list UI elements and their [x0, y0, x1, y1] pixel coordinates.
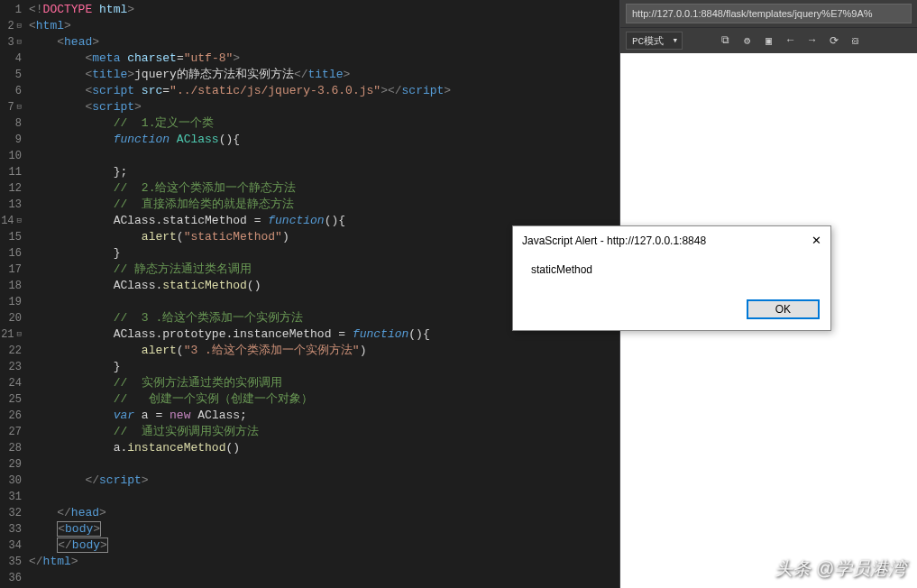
code-line[interactable]: // 2.给这个类添加一个静态方法: [29, 180, 619, 197]
code-line[interactable]: <body>: [29, 521, 619, 537]
code-line[interactable]: </html>: [29, 554, 619, 570]
line-number: 20: [0, 310, 22, 326]
line-number: 29: [0, 456, 22, 473]
line-number: 34: [0, 537, 22, 554]
alert-message: staticMethod: [513, 254, 830, 292]
code-line[interactable]: <script>: [29, 99, 619, 115]
code-line[interactable]: </head>: [29, 505, 619, 521]
line-number: 8: [0, 115, 22, 132]
code-line[interactable]: };: [29, 164, 619, 180]
inspect-icon[interactable]: ▣: [762, 33, 776, 48]
line-number: 7⊟: [0, 99, 22, 115]
code-line[interactable]: <title>jquery的静态方法和实例方法</title>: [29, 67, 619, 83]
code-line[interactable]: alert("3 .给这个类添加一个实例方法"): [29, 343, 619, 359]
code-line[interactable]: a.instanceMethod(): [29, 440, 619, 456]
code-line[interactable]: }: [29, 359, 619, 375]
url-input[interactable]: [626, 4, 912, 23]
browser-url-toolbar: [620, 0, 917, 27]
code-line[interactable]: // 实例方法通过类的实例调用: [29, 375, 619, 391]
fold-toggle-icon[interactable]: ⊟: [17, 34, 22, 51]
close-icon[interactable]: ✕: [812, 234, 821, 247]
code-line[interactable]: <!DOCTYPE html>: [29, 2, 619, 18]
line-number: 26: [0, 408, 22, 424]
javascript-alert-dialog: JavaScript Alert - http://127.0.0.1:8848…: [512, 225, 831, 331]
line-number: 4: [0, 51, 22, 67]
line-number: 33: [0, 521, 22, 537]
line-number: 2⊟: [0, 18, 22, 34]
code-line[interactable]: <html>: [29, 18, 619, 34]
code-line[interactable]: // 通过实例调用实例方法: [29, 424, 619, 440]
line-number: 1: [0, 2, 22, 18]
code-line[interactable]: <meta charset="utf-8">: [29, 51, 619, 67]
fold-toggle-icon[interactable]: ⊟: [17, 99, 22, 115]
line-number: 35: [0, 554, 22, 570]
line-number: 12: [0, 180, 22, 197]
forward-icon[interactable]: →: [805, 33, 820, 48]
fold-toggle-icon[interactable]: ⊟: [17, 326, 22, 343]
device-mode-select[interactable]: PC模式: [626, 32, 683, 50]
line-number: 11: [0, 164, 22, 180]
line-number: 13: [0, 197, 22, 213]
code-line[interactable]: <script src="../static/js/jquery-3.6.0.j…: [29, 83, 619, 99]
line-number: 32: [0, 505, 22, 521]
code-line[interactable]: [29, 489, 619, 505]
line-number: 16: [0, 245, 22, 262]
line-number: 5: [0, 67, 22, 83]
code-line[interactable]: var a = new AClass;: [29, 408, 619, 424]
line-number: 21⊟: [0, 326, 22, 343]
line-number: 3⊟: [0, 34, 22, 51]
code-line[interactable]: [29, 570, 619, 586]
line-number: 27: [0, 424, 22, 440]
line-number: 30: [0, 473, 22, 489]
line-number: 18: [0, 278, 22, 294]
code-line[interactable]: function AClass(){: [29, 132, 619, 148]
code-line[interactable]: // 1.定义一个类: [29, 115, 619, 132]
line-number: 22: [0, 343, 22, 359]
line-number: 36: [0, 570, 22, 586]
line-number: 10: [0, 148, 22, 164]
line-number: 19: [0, 294, 22, 310]
alert-footer: OK: [513, 292, 830, 330]
line-number: 24: [0, 375, 22, 391]
code-line[interactable]: // 创建一个实例（创建一个对象）: [29, 391, 619, 408]
line-number: 6: [0, 83, 22, 99]
refresh-icon[interactable]: ⟳: [827, 33, 841, 48]
code-line[interactable]: <head>: [29, 34, 619, 51]
line-number-gutter: 12⊟3⊟4567⊟891011121314⊟15161718192021⊟22…: [0, 0, 29, 588]
code-line[interactable]: // 直接添加给类的就是静态方法: [29, 197, 619, 213]
line-number: 17: [0, 262, 22, 278]
code-line[interactable]: </script>: [29, 473, 619, 489]
fold-toggle-icon[interactable]: ⊟: [17, 213, 22, 229]
alert-titlebar: JavaScript Alert - http://127.0.0.1:8848…: [513, 226, 830, 254]
line-number: 9: [0, 132, 22, 148]
line-number: 25: [0, 391, 22, 408]
code-line[interactable]: [29, 456, 619, 473]
line-number: 15: [0, 229, 22, 245]
device-icon[interactable]: ⧉: [719, 33, 733, 48]
browser-controls-toolbar: PC模式 ⧉ ⚙ ▣ ← → ⟳ ⦻: [620, 27, 917, 53]
line-number: 28: [0, 440, 22, 456]
fold-toggle-icon[interactable]: ⊟: [17, 18, 22, 34]
ok-button[interactable]: OK: [747, 299, 820, 319]
line-number: 14⊟: [0, 213, 22, 229]
settings-icon[interactable]: ⚙: [740, 33, 755, 48]
alert-title-text: JavaScript Alert - http://127.0.0.1:8848: [522, 234, 706, 247]
back-icon[interactable]: ←: [784, 33, 798, 48]
code-line[interactable]: </body>: [29, 537, 619, 554]
code-line[interactable]: [29, 148, 619, 164]
line-number: 23: [0, 359, 22, 375]
stop-icon[interactable]: ⦻: [848, 33, 863, 48]
line-number: 31: [0, 489, 22, 505]
